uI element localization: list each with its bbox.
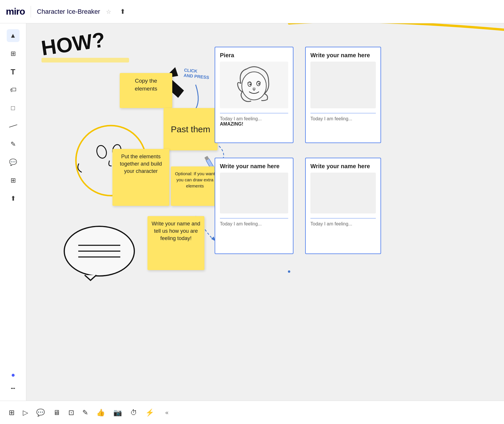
card-piera-feeling-value[interactable]: AMAZING! [220,121,288,127]
svg-text:CLICK: CLICK [184,67,198,74]
card-blank3-title[interactable]: Write your name here [310,163,376,170]
sidebar-active-dot [12,374,15,377]
svg-point-25 [258,83,260,85]
bottombar: ⊞ ▷ 💬 🖥 ⊡ ✎ 👍 📷 ⏱ ⚡ « [0,401,504,424]
sticky-past-them[interactable]: Past them [164,108,218,150]
svg-text:AND PRESS: AND PRESS [183,73,209,80]
upload-tool[interactable]: ⬆ [7,192,20,205]
svg-point-21 [242,72,266,100]
card-piera-line [220,113,288,113]
svg-point-24 [250,84,251,85]
svg-point-16 [64,226,134,276]
left-sidebar: ▲ ⊞ T 🏷 □ ╱ ✎ 💬 ⊞ ⬆ ••• [0,23,26,401]
card-blank1-line [310,113,376,113]
like-bottom-icon[interactable]: 👍 [96,409,105,417]
bolt-bottom-icon[interactable]: ⚡ [145,409,154,417]
video-bottom-icon[interactable]: 📷 [113,409,122,417]
play-bottom-icon[interactable]: ▷ [23,409,28,417]
edit-bottom-icon[interactable]: ✎ [82,409,88,417]
card-blank3-image [310,173,376,213]
card-blank1-image [310,62,376,108]
collapse-icon[interactable]: « [165,409,168,416]
sticky-optional[interactable]: Optional: If you want you can draw extra… [171,166,219,206]
card-piera[interactable]: Piera [215,47,293,143]
timer-bottom-icon[interactable]: ⏱ [130,409,137,417]
chat-bottom-icon[interactable]: 💬 [36,409,45,417]
board-title: Character Ice-Breaker [37,8,100,15]
card-blank2-line [220,218,288,218]
frame-tool[interactable]: ⊞ [7,174,20,187]
card-blank1-feeling[interactable]: Today I am feeling... [310,116,376,121]
comment-tool[interactable]: 💬 [7,156,20,169]
topbar: miro Character Ice-Breaker ☆ ⬆ [0,0,504,23]
card-piera-feeling-prefix[interactable]: Today I am feeling... [220,116,288,121]
line-tool[interactable]: ╱ [4,117,22,135]
card-blank1-title[interactable]: Write your name here [310,52,376,59]
layout-bottom-icon[interactable]: ⊡ [68,409,74,417]
topbar-divider [31,6,31,18]
card-piera-title: Piera [220,52,288,59]
card-blank2-feeling[interactable]: Today I am feeling... [220,221,288,227]
card-blank2-image [220,173,288,213]
text-tool[interactable]: T [7,65,20,78]
card-blank2-title[interactable]: Write your name here [220,163,288,170]
svg-rect-15 [204,156,209,161]
note-tool[interactable]: 🏷 [7,84,20,96]
star-icon[interactable]: ☆ [106,8,111,15]
card-blank2[interactable]: Write your name here Today I am feeling.… [215,158,293,254]
share-icon[interactable]: ⬆ [120,8,125,15]
svg-point-9 [95,145,108,159]
card-blank1[interactable]: Write your name here Today I am feeling.… [305,47,381,143]
sticky-write-name[interactable]: Write your name and tell us how you are … [147,216,204,270]
screen-bottom-icon[interactable]: 🖥 [53,409,60,417]
card-blank3[interactable]: Write your name here Today I am feeling.… [305,158,381,254]
grid-tool[interactable]: ⊞ [7,47,20,60]
card-blank3-line [310,218,376,218]
sticky-put-together[interactable]: Put the elements together and build your… [112,149,169,206]
pen-tool[interactable]: ✎ [7,138,20,151]
svg-point-20 [288,270,290,273]
card-blank3-feeling[interactable]: Today I am feeling... [310,221,376,227]
more-tools[interactable]: ••• [7,382,20,395]
card-piera-image [220,62,288,108]
select-tool[interactable]: ▲ [7,29,20,42]
sticky-copy-elements[interactable]: Copy the elements [120,73,172,108]
svg-rect-1 [41,58,129,62]
grid-bottom-icon[interactable]: ⊞ [9,409,15,417]
canvas: HOW? CLICK AND PRESS ⌥ ALT [26,23,504,401]
shape-tool[interactable]: □ [7,102,20,114]
miro-logo: miro [6,6,25,17]
svg-text:HOW?: HOW? [40,28,107,60]
